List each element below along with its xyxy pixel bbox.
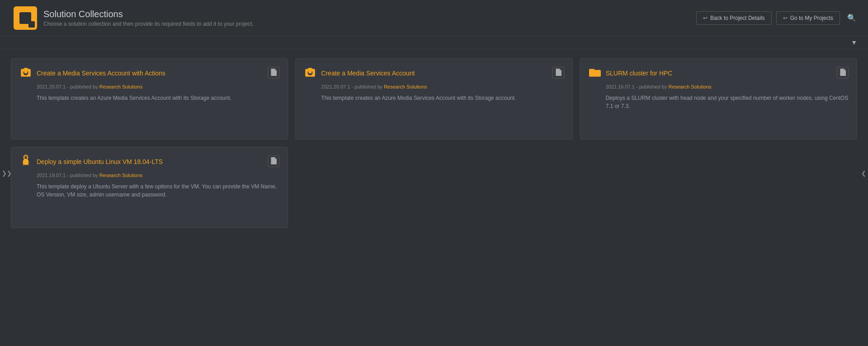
card-icon-linux (19, 155, 32, 168)
card-meta: 2021.20.07.1 - published by Research Sol… (321, 84, 564, 89)
card-description: This template creates an Azure Media Ser… (37, 94, 279, 102)
card-description: Deploys a SLURM cluster with head node a… (606, 94, 849, 110)
my-projects-button-label: Go to My Projects (790, 15, 833, 21)
card-title-row: Create a Media Services Account with Act… (19, 67, 165, 79)
card-title: Create a Media Services Account with Act… (37, 69, 165, 77)
page-title: Solution Collections (43, 9, 254, 19)
card-doc-button[interactable] (268, 155, 279, 167)
card-icon-camera (19, 67, 32, 79)
card-title-row: Deploy a simple Ubuntu Linux VM 18.04-LT… (19, 155, 163, 168)
projects-icon: ↩ (783, 15, 788, 21)
doc-icon (555, 69, 561, 77)
page-header: Solution Collections Choose a solution c… (0, 0, 868, 36)
card-meta: 2021.16.07.1 - published by Research Sol… (606, 84, 849, 89)
linux-tux-icon (21, 154, 31, 169)
solution-card-1[interactable]: Create a Media Services Account with Act… (11, 58, 288, 140)
card-publisher[interactable]: Research Solutions (99, 84, 142, 89)
card-header: SLURM cluster for HPC (589, 67, 849, 79)
page-subtitle: Choose a solution collection and then pr… (43, 21, 254, 27)
search-icon: 🔍 (847, 14, 856, 22)
card-description: This template deploy a Ubuntu Server wit… (37, 182, 279, 199)
main-content: Create a Media Services Account with Act… (0, 49, 868, 237)
filter-bar: ▼ (0, 36, 868, 49)
doc-icon (270, 157, 277, 166)
back-button-label: Back to Project Details (710, 15, 765, 21)
header-left: Solution Collections Choose a solution c… (14, 6, 254, 30)
card-icon-camera (304, 67, 316, 79)
doc-icon (840, 69, 846, 77)
folder-icon (589, 67, 601, 79)
card-publisher[interactable]: Research Solutions (384, 84, 427, 89)
card-title-row: Create a Media Services Account (304, 67, 415, 79)
card-meta: 2021.20.07.1 - published by Research Sol… (37, 84, 279, 89)
filter-icon[interactable]: ▼ (851, 39, 857, 46)
solution-card-4[interactable]: Deploy a simple Ubuntu Linux VM 18.04-LT… (11, 147, 288, 228)
card-title: Deploy a simple Ubuntu Linux VM 18.04-LT… (37, 158, 163, 166)
search-button[interactable]: 🔍 (844, 11, 859, 25)
back-icon: ↩ (703, 15, 708, 21)
card-doc-button[interactable] (552, 67, 564, 79)
card-version: 2021.16.07.1 - published by (606, 84, 669, 89)
solution-card-3[interactable]: SLURM cluster for HPC (580, 58, 857, 140)
doc-icon (270, 69, 277, 77)
card-title-row: SLURM cluster for HPC (589, 67, 673, 79)
app-logo (14, 6, 37, 30)
header-right: ↩ Back to Project Details ↩ Go to My Pro… (696, 11, 859, 25)
cards-grid: Create a Media Services Account with Act… (11, 58, 857, 228)
card-version: 2021.19.07.1 - published by (37, 173, 99, 178)
card-meta: 2021.19.07.1 - published by Research Sol… (37, 173, 279, 178)
go-to-my-projects-button[interactable]: ↩ Go to My Projects (776, 11, 840, 25)
card-publisher[interactable]: Research Solutions (668, 84, 711, 89)
svg-point-14 (24, 156, 25, 157)
camera-icon (304, 67, 316, 79)
card-doc-button[interactable] (837, 67, 849, 79)
back-to-project-button[interactable]: ↩ Back to Project Details (696, 11, 772, 25)
card-title: SLURM cluster for HPC (606, 69, 673, 77)
sidebar-left-toggle[interactable]: ❯❯ (0, 167, 14, 179)
card-description: This template creates an Azure Media Ser… (321, 94, 564, 102)
svg-point-15 (26, 156, 27, 157)
card-publisher[interactable]: Research Solutions (99, 173, 142, 178)
chevron-right-icon: ❯❯ (2, 170, 12, 177)
header-title-block: Solution Collections Choose a solution c… (43, 9, 254, 27)
card-header: Create a Media Services Account with Act… (19, 67, 279, 79)
card-header: Create a Media Services Account (304, 67, 564, 79)
chevron-left-icon: ❮ (861, 170, 866, 177)
card-icon-hpc (589, 67, 601, 79)
sidebar-right-toggle[interactable]: ❮ (859, 167, 868, 179)
card-version: 2021.20.07.1 - published by (37, 84, 99, 89)
card-title: Create a Media Services Account (321, 69, 415, 77)
svg-point-13 (24, 156, 27, 159)
card-version: 2021.20.07.1 - published by (321, 84, 384, 89)
card-header: Deploy a simple Ubuntu Linux VM 18.04-LT… (19, 155, 279, 168)
card-doc-button[interactable] (268, 67, 279, 79)
camera-icon (20, 67, 32, 79)
solution-card-2[interactable]: Create a Media Services Account (295, 58, 572, 140)
